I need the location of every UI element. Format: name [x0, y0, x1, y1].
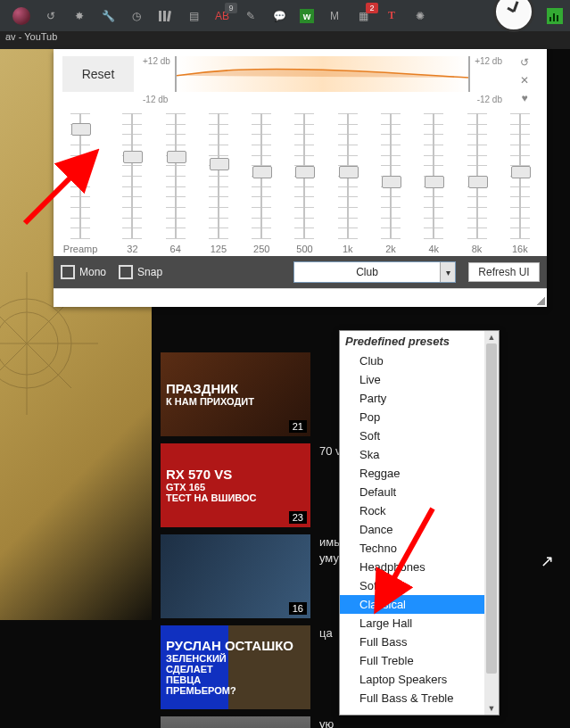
video-thumbnail[interactable]: RX 570 VSGTX 165ТЕСТ НА ВШИВОС23: [161, 443, 310, 527]
video-row[interactable]: ОНА УТОНУЛПОДВОДНАЯ ЛОДКА КУРСК12:58ую Т…: [161, 716, 544, 728]
preset-option[interactable]: Default: [340, 483, 484, 501]
clock-icon[interactable]: ◷: [128, 8, 145, 24]
preset-option[interactable]: Party: [340, 389, 484, 408]
preset-option[interactable]: Pop: [340, 408, 484, 426]
badge: 9: [225, 3, 237, 13]
burst-icon[interactable]: ✺: [412, 8, 428, 24]
dropdown-scrollbar[interactable]: ▲ ▼: [484, 331, 499, 715]
annotation-arrow-1: [16, 143, 105, 232]
preset-option[interactable]: Club: [340, 352, 484, 370]
video-meta: ую ТОВ о…Крамола✓699 тыс. просмотров: [319, 716, 544, 728]
t-icon[interactable]: T: [384, 8, 400, 24]
preset-option[interactable]: Laptop Speakers: [340, 670, 484, 689]
eq-footer-bar: Mono Snap Club ▾ Refresh UI: [54, 256, 547, 288]
mouse-cursor-icon: ↖: [541, 551, 554, 571]
dropdown-header: Predefined presets: [340, 331, 484, 352]
svg-rect-0: [159, 11, 161, 21]
band-label: 8k: [472, 244, 483, 254]
close-icon[interactable]: ✕: [520, 74, 529, 87]
preset-selected-label: Club: [294, 266, 440, 278]
mono-checkbox[interactable]: Mono: [61, 265, 106, 279]
preset-option[interactable]: Large Hall: [340, 614, 484, 633]
db-label: +12 db: [143, 56, 170, 66]
preset-option[interactable]: Full Treble: [340, 651, 484, 670]
preset-option[interactable]: Soft: [340, 426, 484, 445]
reader-icon[interactable]: ▤: [186, 8, 202, 24]
preset-option[interactable]: Full Bass: [340, 633, 484, 651]
band-label: 16k: [512, 244, 528, 254]
profile-avatar[interactable]: [12, 7, 30, 25]
slider-125: 125: [199, 113, 238, 254]
tab-title: av - YouTub: [0, 31, 62, 49]
band-label: Preamp: [63, 244, 98, 254]
panel-actions: ↺ ✕ ♥: [511, 56, 538, 104]
slider-thumb[interactable]: [425, 176, 444, 188]
response-curve: +12 db +12 db -12 db -12 db: [143, 56, 502, 104]
resize-handle[interactable]: [536, 296, 545, 305]
video-duration: 23: [289, 511, 307, 524]
gear-icon[interactable]: ✸: [71, 8, 87, 24]
band-label: 2k: [385, 244, 396, 254]
slider-32: 32: [112, 113, 152, 254]
slider-thumb[interactable]: [339, 166, 359, 178]
slider-thumb[interactable]: [123, 151, 143, 163]
w-icon[interactable]: w: [300, 9, 314, 23]
panel-footer: [54, 288, 547, 307]
svg-rect-1: [163, 11, 166, 21]
slider-thumb[interactable]: [295, 166, 315, 178]
slider-thumb[interactable]: [252, 166, 272, 178]
preset-option[interactable]: Live: [340, 370, 484, 389]
eq-ext-icon[interactable]: [547, 8, 563, 24]
annotation-arrow-2: [370, 500, 459, 616]
preset-option[interactable]: Reggae: [340, 464, 484, 483]
snap-checkbox[interactable]: Snap: [119, 265, 162, 279]
svg-rect-5: [557, 15, 558, 21]
slider-4k: 4k: [414, 113, 453, 254]
browser-toolbar: ↺ ✸ 🔧 ◷ ▤ AB9 ✎ 💬 w M ▦2 T ✺: [0, 0, 570, 31]
slider-thumb[interactable]: [167, 151, 186, 163]
refresh-ui-button[interactable]: Refresh UI: [468, 262, 540, 282]
preset-select[interactable]: Club ▾: [293, 261, 456, 283]
scroll-up-icon[interactable]: ▲: [484, 331, 499, 343]
video-thumbnail[interactable]: ОНА УТОНУЛПОДВОДНАЯ ЛОДКА КУРСК12:58: [161, 716, 310, 728]
scroll-down-icon[interactable]: ▼: [484, 702, 499, 715]
video-thumbnail[interactable]: РУСЛАН ОСТАШКОЗЕЛЕНСКИЙСДЕЛАЕТПЕВЦАПРЕМЬ…: [161, 625, 310, 709]
band-label: 4k: [428, 244, 439, 254]
db-label: +12 db: [475, 56, 502, 66]
slider-thumb[interactable]: [71, 123, 91, 136]
band-label: 125: [211, 244, 227, 254]
reset-button[interactable]: Reset: [62, 56, 134, 92]
slider-thumb[interactable]: [468, 176, 488, 188]
wrench-icon[interactable]: 🔧: [100, 8, 116, 24]
video-duration: 16: [289, 602, 307, 615]
preset-option[interactable]: Full Bass & Treble: [340, 689, 484, 707]
video-thumbnail[interactable]: ПРАЗДНИКК НАМ ПРИХОДИТ21: [161, 352, 310, 436]
slider-thumb[interactable]: [210, 158, 229, 170]
badge: 2: [366, 3, 378, 13]
scroll-thumb[interactable]: [486, 343, 497, 674]
library-icon[interactable]: [157, 8, 173, 24]
svg-line-13: [379, 509, 433, 605]
db-label: -12 db: [143, 95, 168, 104]
slider-500: 500: [285, 113, 324, 254]
slider-64: 64: [156, 113, 195, 254]
sliders-row: Preamp32641252505001k2k4k8k16k: [54, 108, 547, 256]
ext-icon[interactable]: ▦2: [355, 8, 371, 24]
spellcheck-icon[interactable]: AB9: [214, 8, 230, 24]
slider-16k: 16k: [500, 113, 540, 254]
slider-thumb[interactable]: [511, 166, 531, 178]
favorite-icon[interactable]: ♥: [521, 92, 527, 104]
video-duration: 21: [289, 420, 307, 433]
svg-rect-3: [549, 17, 551, 21]
svg-line-12: [25, 156, 92, 223]
undo-icon[interactable]: ↺: [520, 56, 529, 69]
preset-option[interactable]: Ska: [340, 445, 484, 464]
history-icon[interactable]: ↺: [43, 8, 59, 24]
equalizer-panel: Reset +12 db +12 db -12 db -12 db ↺ ✕ ♥ …: [54, 49, 547, 307]
chat-icon[interactable]: 💬: [271, 8, 287, 24]
brush-icon[interactable]: ✎: [243, 8, 259, 24]
chevron-down-icon[interactable]: ▾: [440, 262, 455, 282]
m-icon[interactable]: M: [326, 8, 343, 24]
video-thumbnail[interactable]: 16: [161, 534, 310, 618]
slider-thumb[interactable]: [382, 176, 401, 188]
